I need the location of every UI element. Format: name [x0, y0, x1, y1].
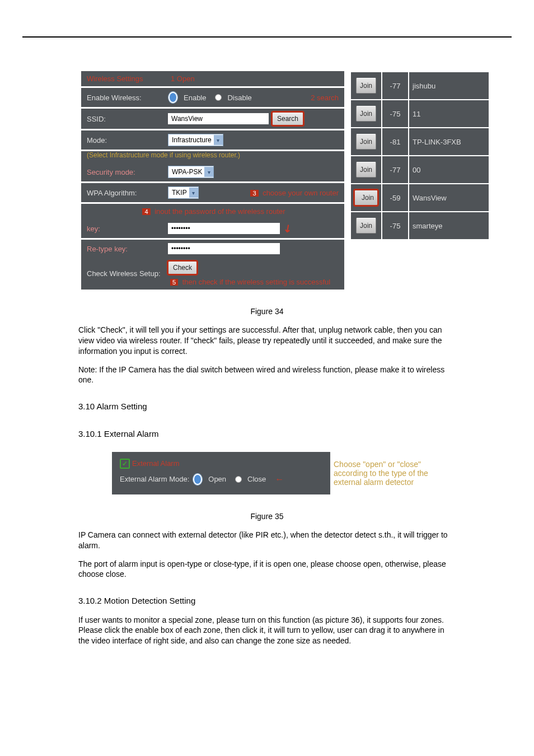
ap-list: Join-77jishubuJoin-7511Join-81TP-LINK-3F…	[350, 71, 490, 240]
arrow-icon: ↙	[280, 221, 294, 236]
signal-value: -75	[382, 100, 408, 127]
mode-label: External Alarm Mode:	[120, 475, 189, 483]
heading-external: 3.10.1 External Alarm	[78, 428, 456, 440]
radio-open-label: Open	[208, 475, 226, 483]
security-value: WPA-PSK	[172, 168, 202, 176]
search-button[interactable]: Search	[272, 112, 303, 125]
signal-value: -77	[382, 72, 408, 99]
step3-text: choose your own router	[263, 189, 339, 197]
join-button[interactable]: Join	[356, 78, 376, 94]
ap-row: Join-81TP-LINK-3FXB	[351, 128, 489, 155]
heading-alarm: 3.10 Alarm Setting	[78, 401, 456, 412]
ap-name: 11	[409, 100, 489, 127]
radio-enable[interactable]	[168, 91, 178, 104]
retype-label: Re-type key:	[87, 245, 168, 253]
key-label: key:	[87, 225, 168, 233]
radio-enable-label: Enable	[184, 94, 206, 102]
wireless-panel: Wireless Settings 1 Open Enable Wireless…	[81, 71, 344, 290]
ap-row: Join-77jishubu	[351, 72, 489, 99]
paragraph: Click "Check", it will tell you if your …	[78, 325, 456, 357]
paragraph: The port of alarm input is open-type or …	[78, 559, 456, 580]
ssid-label: SSID:	[87, 115, 168, 123]
figure-label: Figure 35	[78, 511, 456, 522]
external-alarm-note: Choose "open" or "close" according to th…	[334, 460, 446, 487]
ap-row: Join-7511	[351, 100, 489, 127]
ap-name: 00	[409, 156, 489, 183]
check-button[interactable]: Check	[168, 261, 197, 274]
external-alarm-screenshot: ✓ External Alarm External Alarm Mode: Op…	[112, 452, 512, 494]
page-rule	[22, 36, 512, 38]
body-text: Figure 34 Click "Check", it will tell yo…	[78, 306, 456, 440]
external-alarm-title: External Alarm	[132, 459, 180, 468]
infra-note: (Select Infrastructure mode if using wir…	[81, 151, 344, 162]
step5-num: 5	[170, 279, 178, 286]
radio-close-label: Close	[247, 475, 266, 483]
signal-value: -75	[382, 212, 408, 239]
step4-num: 4	[142, 208, 150, 215]
mode-select[interactable]: Infrastructure ▾	[168, 134, 223, 146]
chevron-down-icon: ▾	[214, 135, 223, 145]
paragraph: Note: If the IP Camera has the dial swit…	[78, 365, 456, 386]
paragraph: IP Camera can connect with external dete…	[78, 530, 456, 551]
algo-label: WPA Algorithm:	[87, 189, 168, 197]
step1-open: 1 Open	[171, 74, 195, 83]
retype-input[interactable]: ••••••••	[168, 243, 280, 254]
checkbox-icon[interactable]: ✓	[120, 459, 130, 469]
ssid-input[interactable]: WansView	[168, 113, 269, 124]
figure-label: Figure 34	[78, 306, 456, 317]
panel-title: Wireless Settings	[87, 74, 168, 83]
step4-text: inout the password of the wireless route…	[154, 207, 285, 216]
mode-value: Infrastructure	[172, 136, 212, 144]
signal-value: -81	[382, 128, 408, 155]
signal-value: -77	[382, 156, 408, 183]
security-label: Security mode:	[87, 168, 168, 176]
signal-value: -59	[382, 184, 408, 211]
security-select[interactable]: WPA-PSK ▾	[168, 166, 214, 178]
wireless-screenshot: Wireless Settings 1 Open Enable Wireless…	[81, 71, 512, 290]
chevron-down-icon: ▾	[189, 188, 198, 198]
check-label: Check Wireless Setup:	[87, 269, 168, 278]
radio-disable-label: Disable	[227, 94, 251, 102]
ap-name: WansView	[409, 184, 489, 211]
ap-name: jishubu	[409, 72, 489, 99]
join-button[interactable]: Join	[356, 106, 376, 122]
heading-motion: 3.10.2 Motion Detection Setting	[78, 595, 456, 606]
external-alarm-panel: ✓ External Alarm External Alarm Mode: Op…	[112, 452, 330, 494]
enable-label: Enable Wireless:	[87, 94, 168, 102]
step2-search: 2 search	[311, 94, 339, 102]
join-button[interactable]: Join	[356, 134, 376, 150]
radio-disable[interactable]	[215, 94, 222, 101]
ap-row: Join-7700	[351, 156, 489, 183]
key-input[interactable]: ••••••••	[168, 223, 280, 234]
ap-row: Join-75smarteye	[351, 212, 489, 239]
step3-num: 3	[250, 190, 258, 197]
ap-row: Join-59WansView	[351, 184, 489, 211]
algo-select[interactable]: TKIP ▾	[168, 186, 199, 199]
ap-name: TP-LINK-3FXB	[409, 128, 489, 155]
body-text-2: Figure 35 IP Camera can connect with ext…	[78, 511, 456, 646]
radio-close[interactable]	[235, 476, 242, 483]
step5-text: then check if the wireless setting is su…	[182, 278, 330, 286]
join-button[interactable]: Join	[354, 190, 378, 206]
radio-open[interactable]	[193, 473, 203, 486]
ap-name: smarteye	[409, 212, 489, 239]
join-button[interactable]: Join	[356, 218, 376, 234]
mode-label: Mode:	[87, 136, 168, 144]
join-button[interactable]: Join	[356, 162, 376, 178]
chevron-down-icon: ▾	[204, 167, 213, 177]
paragraph: If user wants to monitor a special zone,…	[78, 615, 456, 647]
arrow-icon: ←	[275, 474, 284, 484]
algo-value: TKIP	[172, 189, 187, 197]
